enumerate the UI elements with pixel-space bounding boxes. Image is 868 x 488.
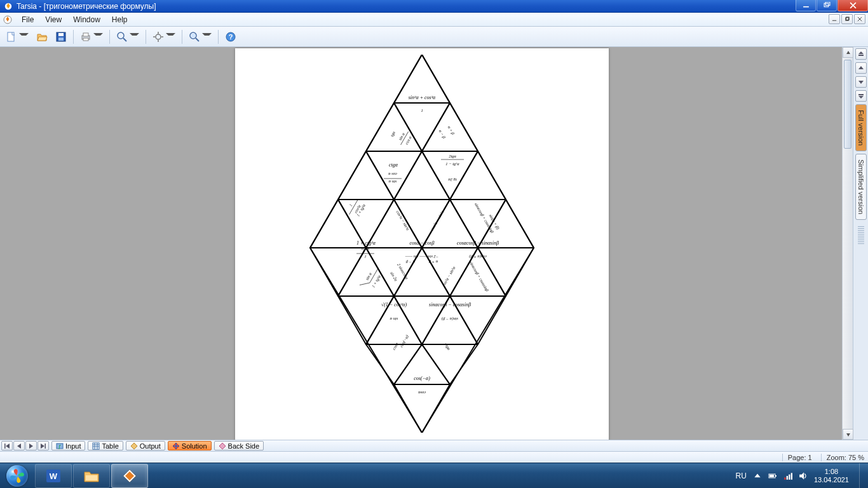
tab-solution[interactable]: Solution — [168, 441, 212, 451]
formula: −2 sin —— sin —— — [405, 255, 439, 259]
formula: cosα − cosβ — [410, 240, 435, 246]
input-icon: ƒ — [56, 442, 64, 450]
show-desktop-button[interactable] — [859, 463, 865, 489]
svg-rect-17 — [83, 33, 88, 36]
scroll-up-button[interactable] — [843, 47, 853, 58]
new-button[interactable] — [3, 29, 32, 45]
solution-icon — [172, 442, 180, 450]
svg-rect-15 — [58, 37, 64, 41]
formula: α + β — [447, 125, 456, 136]
svg-marker-96 — [219, 443, 226, 449]
formula: cos²α − sin²α — [441, 266, 456, 287]
svg-marker-34 — [366, 103, 422, 151]
scroll-down-button[interactable] — [843, 429, 853, 440]
tab-label: Solution — [182, 442, 207, 450]
window-controls — [795, 0, 868, 12]
svg-marker-81 — [17, 444, 21, 449]
nav-prev-button[interactable] — [13, 441, 25, 451]
side-tab-simplified-version[interactable]: Simplified version — [855, 154, 867, 220]
taskbar-app-tarsia[interactable] — [111, 464, 148, 488]
svg-marker-75 — [858, 66, 864, 69]
svg-marker-71 — [846, 51, 850, 54]
svg-rect-12 — [8, 32, 14, 41]
svg-text:ƒ: ƒ — [58, 444, 61, 449]
close-button[interactable] — [837, 0, 868, 11]
svg-rect-18 — [83, 38, 88, 41]
formula: ctgα — [389, 162, 398, 168]
side-nav-up[interactable] — [855, 62, 867, 74]
side-nav-first[interactable] — [855, 48, 867, 60]
menu-window[interactable]: Window — [68, 14, 105, 25]
svg-marker-80 — [6, 444, 10, 449]
side-tab-panel: Full version Simplified version — [853, 47, 868, 440]
menu-view[interactable]: View — [40, 14, 67, 25]
svg-marker-83 — [41, 444, 44, 449]
tab-label: Table — [102, 442, 118, 450]
formula: cos(α + β) — [469, 254, 486, 259]
bottom-nav: ƒInput Table Output Solution Back Side — [0, 440, 868, 451]
mdi-close-button[interactable] — [854, 14, 865, 24]
formula: −tgα — [444, 341, 452, 351]
preview-button[interactable] — [186, 29, 215, 45]
svg-marker-82 — [29, 444, 33, 449]
menu-help[interactable]: Help — [107, 14, 133, 25]
start-button[interactable] — [0, 463, 34, 489]
svg-marker-78 — [858, 96, 864, 98]
tray-clock[interactable]: 1:08 13.04.2021 — [814, 468, 849, 483]
formula: 1 — [421, 108, 423, 112]
taskbar-app-word[interactable]: W — [35, 464, 72, 488]
svg-rect-109 — [791, 473, 792, 480]
formula: cosαcosβ − sinαsinβ — [457, 240, 499, 246]
tab-table[interactable]: Table — [88, 441, 123, 451]
window-title: Tarsia - [тригонометрические формулы] — [17, 2, 156, 11]
formula: 2tgα — [449, 154, 456, 158]
tab-output[interactable]: Output — [126, 441, 165, 451]
open-button[interactable] — [33, 29, 51, 45]
svg-marker-61 — [422, 344, 478, 384]
nav-first-button[interactable] — [1, 441, 13, 451]
nav-next-button[interactable] — [25, 441, 37, 451]
side-nav-last[interactable] — [855, 90, 867, 102]
print-button[interactable] — [77, 29, 106, 45]
svg-line-27 — [196, 38, 199, 41]
formula: √(1 − cos²α) — [381, 302, 407, 308]
svg-rect-105 — [770, 475, 774, 477]
formula: cos²α − sin²α — [395, 210, 410, 231]
minimize-button[interactable] — [796, 0, 816, 11]
svg-text:W: W — [50, 471, 58, 481]
settings-button[interactable] — [149, 29, 179, 45]
formula: tg 2α — [448, 178, 457, 182]
mdi-app-icon — [3, 15, 13, 25]
svg-marker-110 — [799, 472, 804, 480]
formula: 1 − tg²α — [445, 161, 459, 166]
side-tab-full-version[interactable]: Full version — [855, 104, 867, 151]
svg-marker-40 — [450, 151, 506, 200]
formula: sinαcosβ − cosαsinβ — [429, 302, 471, 308]
nav-last-button[interactable] — [37, 441, 49, 451]
tab-back-side[interactable]: Back Side — [214, 441, 264, 451]
scroll-thumb[interactable] — [844, 60, 851, 149]
battery-icon[interactable] — [768, 471, 777, 480]
mdi-restore-button[interactable] — [841, 14, 853, 24]
formula: sinαcosβ + cosαsinβ — [469, 261, 490, 292]
tray-up-icon[interactable] — [753, 471, 762, 480]
svg-rect-77 — [858, 94, 864, 95]
taskbar-app-explorer[interactable] — [73, 464, 110, 488]
mdi-minimize-button[interactable] — [829, 14, 840, 24]
save-button[interactable] — [52, 29, 70, 45]
tab-input[interactable]: ƒInput — [51, 441, 85, 451]
side-nav-down[interactable] — [855, 76, 867, 88]
menu-file[interactable]: File — [17, 14, 39, 25]
volume-icon[interactable] — [799, 471, 808, 480]
maximize-button[interactable] — [817, 0, 837, 11]
zoom-button[interactable] — [113, 29, 142, 45]
language-indicator[interactable]: RU — [736, 471, 747, 480]
svg-rect-107 — [787, 476, 788, 480]
vertical-scrollbar[interactable] — [842, 47, 853, 440]
help-button[interactable]: ? — [222, 29, 240, 45]
network-icon[interactable] — [783, 471, 792, 480]
svg-marker-73 — [858, 51, 864, 54]
svg-rect-79 — [4, 444, 6, 449]
tray-time: 1:08 — [814, 468, 849, 475]
status-bar: Page: 1 Zoom: 75 % — [0, 451, 868, 463]
